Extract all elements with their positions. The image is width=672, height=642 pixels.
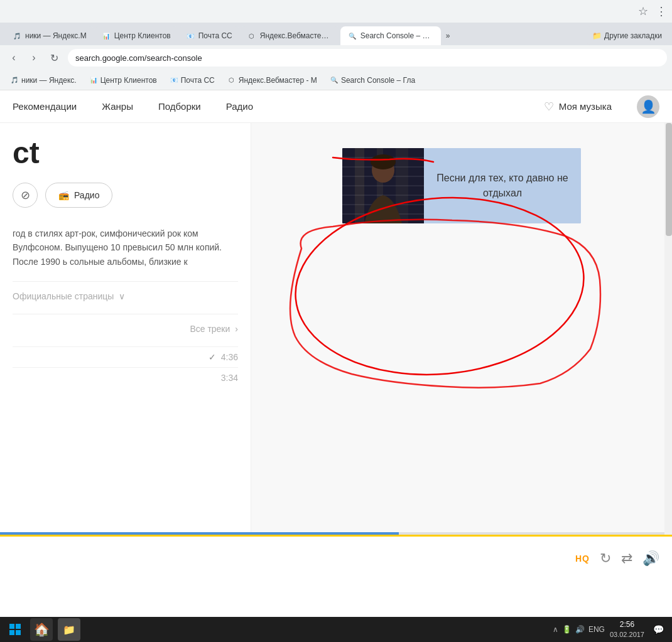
- tab-webmaster[interactable]: ⬡ Яндекс.Вебмастер - М: [240, 26, 340, 45]
- chevron-up-icon[interactable]: ∧: [553, 625, 558, 634]
- action-buttons: ⊘ 📻 Радио: [13, 183, 238, 208]
- notification-button[interactable]: 💬: [649, 621, 667, 638]
- official-pages[interactable]: Официальные страницы ∨: [13, 281, 238, 301]
- nav-recommendations[interactable]: Рекомендации: [13, 101, 77, 112]
- taskbar-app-icon-2: 📁: [63, 624, 75, 636]
- nav-buttons: ‹ › ↻: [5, 49, 63, 67]
- taskbar-app-1[interactable]: 🏠: [30, 618, 53, 641]
- bookmark-label-4: Яндекс.Вебмастер - М: [239, 76, 317, 85]
- address-input[interactable]: [68, 49, 667, 67]
- tab-label-3: Почта СС: [198, 31, 232, 40]
- tab-label-4: Яндекс.Вебмастер - М: [260, 31, 333, 40]
- scrollbar-thumb[interactable]: [666, 123, 672, 236]
- tab-label-1: ники — Яндекс.М: [25, 31, 87, 40]
- tab-search-console[interactable]: 🔍 Search Console – Гла: [340, 26, 441, 45]
- svg-rect-15: [16, 624, 21, 629]
- volume-icon[interactable]: 🔊: [642, 550, 659, 567]
- right-panel: Песни для тех, кто давно не отдыхал: [251, 123, 672, 580]
- svg-rect-14: [9, 624, 14, 629]
- bookmark-3[interactable]: 📧 Почта СС: [165, 75, 220, 86]
- bookmark-2[interactable]: 📊 Центр Клиентов: [84, 75, 162, 86]
- bookmark-1[interactable]: 🎵 ники — Яндекс.: [5, 75, 82, 86]
- track-checkmark-1: ✓: [209, 352, 216, 362]
- taskbar-windows-button[interactable]: [5, 619, 25, 639]
- nav-collections[interactable]: Подборки: [158, 101, 201, 112]
- svg-rect-17: [16, 630, 21, 635]
- bookmarks-bar: 🎵 ники — Яндекс. 📊 Центр Клиентов 📧 Почт…: [0, 70, 672, 90]
- official-pages-label: Официальные страницы: [13, 291, 114, 301]
- player-controls: HQ ↻ ⇄ 🔊: [575, 550, 659, 567]
- bookmark-label-5: Search Console – Гла: [341, 76, 415, 85]
- tabs-overflow-button[interactable]: »: [441, 26, 455, 45]
- bookmark-5[interactable]: 🔍 Search Console – Гла: [325, 75, 420, 86]
- radio-button-label: Радио: [74, 190, 99, 200]
- network-icon: 🔋: [562, 625, 572, 634]
- track-duration-2: 3:34: [221, 373, 238, 383]
- repeat-icon[interactable]: ↻: [600, 550, 611, 567]
- tab-bar: 🎵 ники — Яндекс.М 📊 Центр Клиентов 📧 Поч…: [0, 23, 672, 45]
- tab-favicon-4: ⬡: [247, 31, 256, 40]
- bookmark-favicon-4: ⬡: [227, 76, 236, 85]
- refresh-button[interactable]: ↻: [45, 49, 63, 67]
- track-duration-1: 4:36: [221, 352, 238, 362]
- radio-button[interactable]: 📻 Радио: [45, 183, 112, 208]
- bookmark-favicon-5: 🔍: [330, 76, 339, 85]
- volume-taskbar-icon[interactable]: 🔊: [575, 625, 585, 634]
- chevron-down-icon: ∨: [119, 291, 125, 301]
- svg-point-12: [371, 154, 396, 169]
- tab-yandex-music[interactable]: 🎵 ники — Яндекс.М: [5, 26, 94, 45]
- forward-button[interactable]: ›: [25, 49, 43, 67]
- nav-radio[interactable]: Радио: [226, 101, 253, 112]
- star-icon[interactable]: ☆: [638, 4, 648, 18]
- bookmark-label-1: ники — Яндекс.: [21, 76, 77, 85]
- tab-favicon-3: 📧: [186, 31, 195, 40]
- user-avatar[interactable]: 👤: [637, 95, 659, 118]
- recommendation-text-area: Песни для тех, кто давно не отдыхал: [424, 148, 581, 223]
- my-music-label: Моя музыка: [559, 101, 612, 112]
- tab-mail[interactable]: 📧 Почта СС: [178, 26, 240, 45]
- nav-my-music[interactable]: ♡ Моя музыка: [544, 100, 612, 114]
- scrollbar[interactable]: [664, 123, 672, 580]
- artist-description: год в стилях арт-рок, симфонический рок …: [13, 227, 238, 269]
- bookmark-label-3: Почта СС: [181, 76, 215, 85]
- tab-favicon-1: 🎵: [13, 31, 21, 40]
- track-row-1[interactable]: ✓ 4:36: [13, 346, 238, 367]
- page-content: Рекомендации Жанры Подборки Радио ♡ Моя …: [0, 90, 672, 580]
- track-row-2[interactable]: 3:34: [13, 367, 238, 388]
- tab-center[interactable]: 📊 Центр Клиентов: [94, 26, 178, 45]
- clock-time: 2:56: [620, 620, 634, 630]
- other-bookmarks-button[interactable]: 📁 Другие закладки: [587, 26, 667, 45]
- svg-rect-8: [355, 148, 364, 223]
- other-bookmarks-label: Другие закладки: [604, 31, 662, 40]
- all-tracks[interactable]: Все треки ›: [13, 314, 238, 334]
- bookmark-4[interactable]: ⬡ Яндекс.Вебмастер - М: [222, 75, 322, 86]
- recommendation-image: [342, 148, 424, 223]
- block-button[interactable]: ⊘: [13, 183, 38, 208]
- main-area: ct ⊘ 📻 Радио год в стилях арт-рок, симфо…: [0, 123, 672, 580]
- avatar-icon: 👤: [641, 99, 656, 114]
- left-panel: ct ⊘ 📻 Радио год в стилях арт-рок, симфо…: [0, 123, 251, 580]
- bookmark-label-2: Центр Клиентов: [100, 76, 157, 85]
- taskbar-app-icon-1: 🏠: [34, 622, 50, 637]
- recommendation-card[interactable]: Песни для тех, кто давно не отдыхал: [342, 148, 581, 223]
- tab-favicon-5: 🔍: [348, 31, 357, 40]
- nav-genres[interactable]: Жанры: [102, 101, 133, 112]
- back-button[interactable]: ‹: [5, 49, 23, 67]
- taskbar-time: 2:56 03.02.2017: [610, 620, 644, 639]
- tab-label-2: Центр Клиентов: [114, 31, 171, 40]
- person-svg: [342, 148, 424, 223]
- svg-rect-16: [9, 630, 14, 635]
- tabs-overflow-icon: »: [446, 31, 450, 40]
- taskbar: 🏠 📁 ∧ 🔋 🔊 ENG 2:56 03.02.2017 💬: [0, 617, 672, 642]
- chevron-right-icon: ›: [235, 324, 238, 334]
- block-icon: ⊘: [21, 188, 30, 202]
- radio-icon: 📻: [58, 190, 69, 200]
- player-bar: HQ ↻ ⇄ 🔊: [0, 535, 672, 580]
- shuffle-icon[interactable]: ⇄: [621, 550, 632, 567]
- bookmark-folder-icon: 📁: [592, 31, 602, 40]
- menu-icon[interactable]: ⋮: [656, 4, 667, 18]
- taskbar-app-2[interactable]: 📁: [58, 618, 80, 641]
- hq-badge[interactable]: HQ: [575, 554, 590, 564]
- bookmark-favicon-1: 🎵: [10, 76, 19, 85]
- top-bar: ☆ ⋮: [0, 0, 672, 23]
